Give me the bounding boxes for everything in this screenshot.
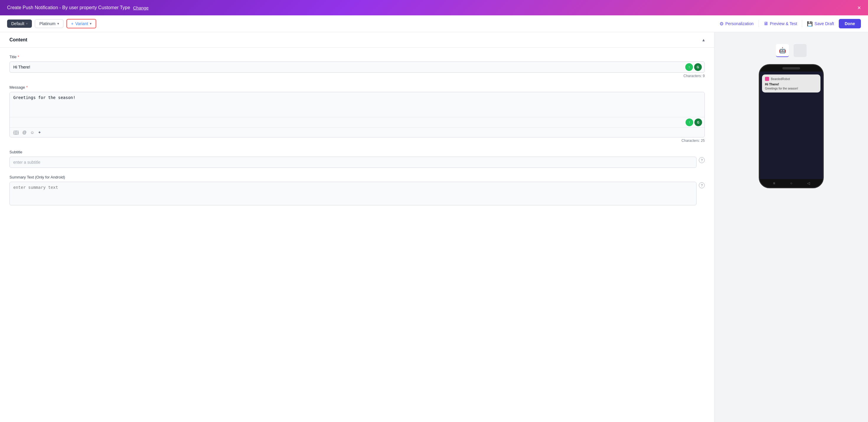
close-button[interactable]: × [857, 4, 861, 11]
content-panel: Content ▴ Title * ↑ G Characters: 9 [0, 32, 714, 422]
title-input-wrapper: ↑ G [9, 61, 705, 73]
notif-app-icon [765, 77, 769, 81]
platform-tabs: 🤖 [776, 44, 807, 57]
title-char-count: Characters: 9 [9, 74, 705, 78]
section-body: Title * ↑ G Characters: 9 Message * [0, 48, 714, 220]
header-title-area: Create Push Notification - By user prope… [7, 5, 149, 10]
platinum-tab[interactable]: Platinum ▾ [35, 19, 63, 28]
phone-frame: BeardedRobot Hi There! Greetings for the… [759, 64, 824, 188]
message-toolbar: {{}} @ ☺ ✦ [10, 128, 705, 137]
section-title: Content [9, 37, 27, 43]
personalization-label: Personalization [725, 21, 754, 26]
title-input-icons: ↑ G [685, 63, 702, 71]
summary-help-wrapper: ? [9, 182, 705, 205]
phone-notch [782, 67, 800, 69]
variant-tab[interactable]: + Variant ▾ [66, 19, 97, 28]
save-draft-label: Save Draft [814, 21, 834, 26]
done-button[interactable]: Done [839, 19, 861, 28]
platinum-chevron-icon: ▾ [57, 22, 59, 26]
preview-test-button[interactable]: 🖥 Preview & Test [764, 21, 797, 26]
title-label: Title * [9, 55, 705, 59]
message-field-group: Message * Greetings for the season! ↑ G … [9, 85, 705, 143]
subtitle-help-wrapper: ? [9, 157, 705, 168]
preview-panel: 🤖 BeardedRobot Hi There! Greetings for [714, 32, 868, 422]
message-translate-icon[interactable]: ↑ [686, 118, 693, 126]
variant-tab-label: Variant [75, 21, 88, 26]
title-translate-icon[interactable]: ↑ [685, 63, 693, 71]
message-label: Message * [9, 85, 705, 89]
notif-message: Greetings for the season! [765, 87, 817, 90]
section-header: Content ▴ [0, 32, 714, 48]
android-tab[interactable]: 🤖 [776, 44, 789, 57]
curly-braces-icon[interactable]: {{}} [13, 130, 19, 135]
summary-help-icon[interactable]: ? [699, 182, 705, 188]
personalization-button[interactable]: ⚙ Personalization [719, 21, 754, 27]
message-textarea[interactable]: Greetings for the season! [10, 92, 705, 116]
phone-home-icon: ○ [788, 180, 794, 186]
section-collapse-button[interactable]: ▴ [702, 37, 705, 43]
android-icon: 🤖 [779, 47, 786, 54]
subtitle-input[interactable] [9, 157, 696, 168]
main-layout: Content ▴ Title * ↑ G Characters: 9 [0, 32, 868, 422]
message-grammarly-icon[interactable]: G [694, 118, 702, 126]
message-char-count: Characters: 25 [9, 139, 705, 143]
subtitle-field-group: Subtitle ? [9, 150, 705, 168]
notif-title: Hi There! [765, 82, 817, 86]
default-tab-label: Default [11, 21, 24, 26]
message-icons-row: ↑ G [10, 117, 705, 128]
at-icon[interactable]: @ [23, 130, 27, 135]
default-chevron-icon: ▾ [26, 22, 28, 26]
plus-icon: + [71, 21, 73, 26]
title-grammarly-icon[interactable]: G [694, 63, 702, 71]
gear-icon: ⚙ [719, 21, 724, 27]
phone-notch-bar [760, 65, 823, 72]
title-field-group: Title * ↑ G Characters: 9 [9, 55, 705, 78]
ios-tab[interactable] [794, 44, 807, 57]
title-required-star: * [18, 55, 19, 59]
subtitle-label: Subtitle [9, 150, 705, 154]
message-wrapper: Greetings for the season! ↑ G {{}} @ ☺ ✦ [9, 92, 705, 137]
phone-bottom-bar: ≡ ○ ◁ [760, 179, 823, 187]
toolbar-divider-1 [758, 20, 759, 27]
save-icon: 💾 [807, 21, 813, 27]
platinum-tab-label: Platinum [39, 21, 55, 26]
variant-chevron-icon: ▾ [90, 22, 92, 26]
save-draft-button[interactable]: 💾 Save Draft [807, 21, 834, 27]
summary-label: Summary Text (Only for Android) [9, 175, 705, 179]
message-required-star: * [26, 85, 28, 89]
default-tab[interactable]: Default ▾ [7, 20, 32, 28]
preview-test-label: Preview & Test [770, 21, 797, 26]
notif-app-row: BeardedRobot [765, 77, 817, 81]
header: Create Push Notification - By user prope… [0, 0, 868, 16]
title-input[interactable] [9, 61, 705, 73]
toolbar-right: ⚙ Personalization 🖥 Preview & Test 💾 Sav… [719, 19, 861, 28]
header-change-link[interactable]: Change [133, 5, 149, 10]
phone-back-icon: ◁ [806, 180, 811, 186]
sparkle-icon[interactable]: ✦ [38, 130, 41, 135]
summary-field-group: Summary Text (Only for Android) ? [9, 175, 705, 205]
summary-textarea[interactable] [9, 182, 696, 205]
notification-card: BeardedRobot Hi There! Greetings for the… [762, 75, 820, 92]
toolbar-divider-2 [802, 20, 802, 27]
subtitle-help-icon[interactable]: ? [699, 157, 705, 163]
toolbar: Default ▾ Platinum ▾ + Variant ▾ ⚙ Perso… [0, 16, 868, 32]
phone-screen: BeardedRobot Hi There! Greetings for the… [760, 72, 823, 179]
phone-menu-icon: ≡ [771, 180, 777, 186]
phone-side-button [823, 89, 824, 101]
monitor-icon: 🖥 [764, 21, 768, 26]
header-title-text: Create Push Notification - By user prope… [7, 5, 130, 10]
notif-app-name: BeardedRobot [771, 78, 790, 81]
emoji-icon[interactable]: ☺ [30, 130, 34, 135]
